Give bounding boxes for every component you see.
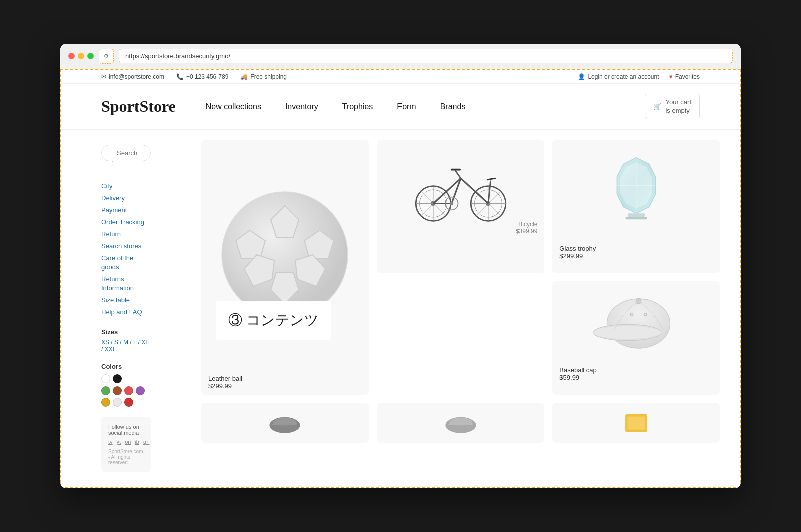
color-lightgray[interactable] xyxy=(113,398,122,407)
product-card-bicycle[interactable]: Bicycle $399.99 xyxy=(377,140,545,273)
partial-card-3[interactable] xyxy=(552,403,720,443)
product-card-baseball-cap[interactable]: Baseball cap $59.99 xyxy=(552,281,720,395)
nav-brands[interactable]: Brands xyxy=(440,102,466,111)
site-logo[interactable]: SportStore xyxy=(101,97,176,116)
list-item: Delivery xyxy=(101,193,151,202)
product-card-glass-trophy[interactable]: Glass trophy $299.99 xyxy=(552,140,720,273)
fullscreen-button[interactable] xyxy=(87,53,94,59)
favorites-item[interactable]: ♥ Favorites xyxy=(669,73,700,80)
cart-label: Your cartis empty xyxy=(665,98,691,115)
list-item: Search stores xyxy=(101,241,151,250)
social-yt[interactable]: yt xyxy=(117,439,121,445)
sidebar: 🔍 City Delivery Payment Order Tracking R… xyxy=(61,130,191,487)
login-text: Login or create an account xyxy=(588,73,659,80)
sidebar-return[interactable]: Return xyxy=(101,230,121,238)
cap-svg xyxy=(591,289,681,354)
svg-rect-36 xyxy=(625,217,647,219)
trophy-svg xyxy=(606,150,666,230)
partial-card-2[interactable] xyxy=(377,403,545,443)
sidebar-payment[interactable]: Payment xyxy=(101,206,127,214)
site-content: 🔍 City Delivery Payment Order Tracking R… xyxy=(61,130,740,487)
social-label: Follow us on social media xyxy=(108,424,144,436)
color-red[interactable] xyxy=(124,398,133,407)
sidebar-help-faq[interactable]: Help and FAQ xyxy=(101,308,142,316)
product-info-glass-trophy: Glass trophy $299.99 xyxy=(552,240,720,265)
social-qplus[interactable]: q+ xyxy=(143,439,150,445)
cart-icon: 🛒 xyxy=(653,103,661,110)
bicycle-name: Bicycle xyxy=(516,221,537,228)
sidebar-size-table[interactable]: Size table xyxy=(101,296,130,304)
search-input[interactable] xyxy=(101,145,151,161)
color-black[interactable] xyxy=(113,374,122,383)
info-bar: ✉ info@sportstore.com 📞 +0 123 456-789 🚚… xyxy=(61,70,740,84)
cart-button[interactable]: 🛒 Your cartis empty xyxy=(645,94,700,120)
settings-icon: ⚙ xyxy=(104,53,109,59)
info-bar-left: ✉ info@sportstore.com 📞 +0 123 456-789 🚚… xyxy=(101,73,287,80)
color-brown[interactable] xyxy=(113,386,122,395)
social-ib[interactable]: ib xyxy=(135,439,139,445)
truck-icon: 🚚 xyxy=(240,73,248,80)
browser-window: ⚙ ✉ info@sportstore.com 📞 +0 123 456-789… xyxy=(60,44,741,489)
address-bar-wrap xyxy=(119,49,733,63)
login-item[interactable]: 👤 Login or create an account xyxy=(578,73,659,80)
svg-point-39 xyxy=(593,326,661,339)
traffic-lights xyxy=(68,53,94,59)
email-text: info@sportstore.com xyxy=(109,73,164,80)
item3-svg xyxy=(619,409,654,437)
main-nav: SportStore New collections Inventory Tro… xyxy=(61,84,740,130)
svg-point-40 xyxy=(636,298,641,304)
address-bar[interactable] xyxy=(119,49,733,63)
user-icon: 👤 xyxy=(578,73,585,80)
copyright: SportStore.com - All rights reserved xyxy=(108,449,144,465)
sidebar-returns-info[interactable]: Returns Information xyxy=(101,275,134,292)
close-button[interactable] xyxy=(68,53,75,59)
browser-chrome: ⚙ xyxy=(60,44,741,69)
sizes-label: Sizes xyxy=(101,328,151,336)
color-gold[interactable] xyxy=(101,398,110,407)
svg-rect-35 xyxy=(628,214,645,217)
product-name-glass-trophy: Glass trophy xyxy=(559,245,713,252)
social-links: tv yt on ib q+ xyxy=(108,439,144,445)
color-purple[interactable] xyxy=(136,386,145,395)
colors-row-2 xyxy=(101,386,151,407)
info-bar-right: 👤 Login or create an account ♥ Favorites xyxy=(578,73,700,80)
browser-settings-button[interactable]: ⚙ xyxy=(99,49,114,64)
product-price-glass-trophy: $299.99 xyxy=(559,252,713,260)
phone-icon: 📞 xyxy=(176,73,184,80)
product-grid: ③ コンテンツ Leather ball $299.99 xyxy=(201,140,720,395)
sidebar-search-stores[interactable]: Search stores xyxy=(101,242,141,250)
nav-new-collections[interactable]: New collections xyxy=(206,102,261,111)
social-on[interactable]: on xyxy=(125,439,131,445)
site-wrapper: ✉ info@sportstore.com 📞 +0 123 456-789 🚚… xyxy=(60,69,741,489)
sidebar-care-goods[interactable]: Care of the goods xyxy=(101,254,133,271)
shipping-text: Free shipping xyxy=(250,73,287,80)
svg-line-27 xyxy=(488,181,491,204)
sidebar-delivery[interactable]: Delivery xyxy=(101,194,125,202)
email-item: ✉ info@sportstore.com xyxy=(101,73,164,80)
social-tv[interactable]: tv xyxy=(108,439,113,445)
overlay-text: ③ コンテンツ xyxy=(228,312,319,328)
product-card-leather-ball[interactable]: ③ コンテンツ Leather ball $299.99 xyxy=(201,140,369,395)
color-white[interactable] xyxy=(101,374,110,383)
bicycle-svg xyxy=(406,152,516,227)
sidebar-city[interactable]: City xyxy=(101,182,112,190)
partial-card-1[interactable] xyxy=(201,403,369,443)
nav-trophies[interactable]: Trophies xyxy=(342,102,373,111)
product-image-baseball-cap xyxy=(552,281,720,361)
sizes-row[interactable]: XS / S / M / L / XL / XXL xyxy=(101,339,151,353)
svg-line-25 xyxy=(455,171,461,179)
list-item: Size table xyxy=(101,295,151,304)
color-green[interactable] xyxy=(101,386,110,395)
sidebar-order-tracking[interactable]: Order Tracking xyxy=(101,218,144,226)
heart-icon: ♥ xyxy=(669,73,673,80)
product-info-leather-ball: Leather ball $299.99 xyxy=(201,370,369,395)
list-item: Order Tracking xyxy=(101,217,151,226)
minimize-button[interactable] xyxy=(78,53,84,59)
svg-line-22 xyxy=(461,178,488,203)
nav-inventory[interactable]: Inventory xyxy=(285,102,318,111)
list-item: Help and FAQ xyxy=(101,307,151,316)
product-info-baseball-cap: Baseball cap $59.99 xyxy=(552,361,720,386)
nav-form[interactable]: Form xyxy=(397,102,416,111)
color-red-light[interactable] xyxy=(124,386,133,395)
list-item: Care of the goods xyxy=(101,253,151,271)
